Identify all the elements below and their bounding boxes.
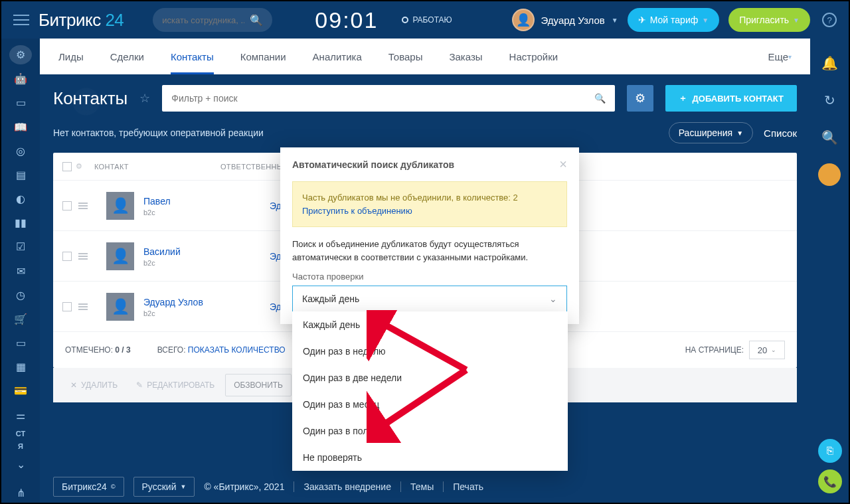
add-contact-button[interactable]: ＋ ДОБАВИТЬ КОНТАКТ [665,85,797,112]
chevron-down-icon: ▼ [736,129,743,137]
rail-cash-icon[interactable]: 💳 [9,381,32,400]
rail-calendar-icon[interactable]: ▭ [9,333,32,353]
th-contact[interactable]: КОНТАКТ [94,163,220,171]
tab-orders[interactable]: Заказы [449,39,482,74]
contact-avatar-icon: 👤 [106,192,134,220]
help-icon[interactable]: ? [822,13,837,27]
grid-settings-button[interactable]: ⚙ [627,85,653,112]
my-tariff-button[interactable]: ✈ Мой тариф ▼ [628,8,719,32]
share-bubble[interactable]: ⎘ [818,439,842,463]
drag-icon[interactable] [78,302,88,311]
rail-card-icon[interactable]: ▭ [9,93,32,112]
rail-chart-icon[interactable]: ▮▮ [9,213,32,232]
tab-analytics[interactable]: Аналитика [313,39,362,74]
my-tariff-label: Мой тариф [650,15,698,25]
drag-icon[interactable] [78,252,88,261]
tab-contacts[interactable]: Контакты [171,39,214,74]
frequency-dropdown: Каждый деньОдин раз в неделюОдин раз в д… [292,311,568,471]
checkbox-all[interactable] [62,162,72,171]
drag-icon[interactable] [78,201,88,210]
call-button[interactable]: ОБЗВОНИТЬ [225,374,292,396]
chevron-down-icon: ⌄ [549,294,557,304]
user-menu[interactable]: 👤 Эдуард Узлов ▼ [512,9,618,31]
tab-leads[interactable]: Лиды [58,39,84,74]
impl-link[interactable]: Заказать внедрение [303,481,391,492]
tab-more[interactable]: Еще ▾ [768,39,792,74]
list-view-link[interactable]: Список [764,127,797,139]
contact-name-link[interactable]: Василий [143,246,181,257]
copyright: © «Битрикс», 2021 [204,481,284,492]
contact-avatar[interactable] [818,163,841,186]
rail-sliders-icon[interactable]: ⚌ [9,406,32,425]
selected-label: ОТМЕЧЕНО: [65,345,113,355]
dropdown-option[interactable]: Один раз в полгода [292,418,568,444]
contact-name-link[interactable]: Павел [143,196,171,207]
footer-brand[interactable]: Битрикс24© [53,477,124,497]
rail-down-icon[interactable]: ⌄ [9,455,32,474]
logo[interactable]: Битрикс 24 [39,10,124,31]
rail-clock-icon[interactable]: ◷ [9,286,32,305]
dropdown-option[interactable]: Не проверять [292,444,568,471]
chevron-down-icon: ▼ [702,17,709,24]
selected-count: 0 / 3 [115,345,130,355]
rail-book-icon[interactable]: 📖 [9,118,32,137]
star-icon[interactable]: ☆ [139,91,150,106]
contact-name-link[interactable]: Эдуард Узлов [143,297,203,307]
row-checkbox[interactable] [62,252,72,261]
dropdown-option[interactable]: Один раз в две недели [292,365,568,391]
close-icon[interactable]: × [559,157,567,172]
invite-button[interactable]: Пригласить ▼ [728,8,810,32]
edit-button[interactable]: ✎ РЕДАКТИРОВАТЬ [128,374,222,396]
global-search-input[interactable] [162,15,244,25]
rail-st[interactable]: СТ [16,430,25,438]
menu-icon[interactable] [13,11,29,29]
extensions-button[interactable]: Расширения▼ [669,122,753,143]
history-icon[interactable]: ↻ [818,89,841,112]
row-checkbox[interactable] [62,302,72,311]
search-icon: 🔍 [594,93,606,104]
per-page-select[interactable]: 20⌄ [749,341,785,359]
rail-moon-icon[interactable]: ◐ [9,189,32,209]
global-search[interactable]: 🔍 [153,8,272,32]
work-status[interactable]: РАБОТАЮ [402,15,452,25]
rail-cart-icon[interactable]: 🛒 [9,309,32,329]
tab-settings[interactable]: Настройки [509,39,558,74]
dropdown-option[interactable]: Один раз в месяц [292,391,568,418]
tab-deals[interactable]: Сделки [110,39,144,74]
tab-products[interactable]: Товары [388,39,423,74]
lang-select[interactable]: Русский ▼ [133,477,195,497]
rail-box-icon[interactable]: ▤ [9,165,32,185]
bell-icon[interactable]: 🔔 [818,52,841,74]
notice-text: Часть дубликатов мы не объединили, в кол… [302,191,557,205]
right-rail: 🔔 ↻ 🔍 [810,39,849,503]
tab-companies[interactable]: Компании [240,39,286,74]
rail-mail-icon[interactable]: ✉ [9,262,32,281]
dropdown-option[interactable]: Один раз в неделю [292,338,568,365]
invite-label: Пригласить [739,15,789,25]
rail-android-icon[interactable]: 🤖 [9,69,32,88]
search-icon[interactable]: 🔍 [818,126,841,149]
themes-link[interactable]: Темы [410,481,434,492]
rail-grid-icon[interactable]: ▦ [9,357,32,377]
footer: Битрикс24© Русский ▼ © «Битрикс», 2021 З… [40,471,810,503]
duplicate-search-modal: Автоматический поиск дубликатов × Часть … [280,147,579,324]
frequency-select[interactable]: Каждый день ⌄ [292,286,567,312]
rail-check-icon[interactable]: ☑ [9,237,32,256]
filter-search[interactable]: 🔍 [162,85,614,112]
merge-link[interactable]: Приступить к объединению [302,206,412,216]
rail-filter-icon[interactable]: ⚙ [9,45,32,64]
print-link[interactable]: Печать [453,481,483,492]
call-bubble[interactable]: 📞 [818,469,842,493]
row-checkbox[interactable] [62,201,72,210]
rail-sitemap-icon[interactable]: ⋔ [9,483,32,503]
total-label: ВСЕГО: [157,345,186,355]
show-count-link[interactable]: ПОКАЗАТЬ КОЛИЧЕСТВО [188,345,286,355]
rail-target-icon[interactable]: ◎ [9,141,32,161]
filter-input[interactable] [171,93,594,104]
rail-ya[interactable]: Я [18,442,23,450]
chevron-down-icon: ▾ [788,53,792,60]
dropdown-option[interactable]: Каждый день [292,311,568,338]
delete-button[interactable]: ✕ УДАЛИТЬ [62,374,126,396]
add-contact-label: ДОБАВИТЬ КОНТАКТ [693,94,784,104]
gear-icon[interactable]: ⚙ [76,162,82,171]
